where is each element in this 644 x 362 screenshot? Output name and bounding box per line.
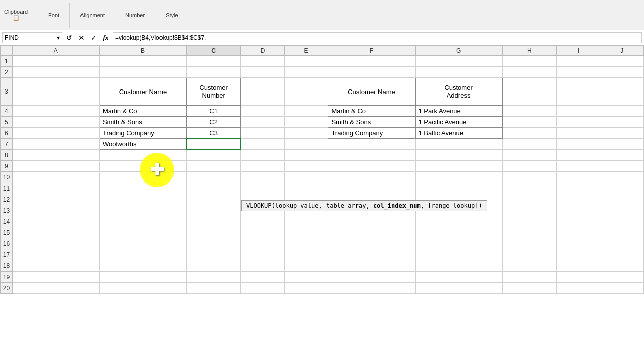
cell-d1[interactable] bbox=[241, 56, 285, 67]
row-header-4: 4 bbox=[1, 106, 13, 117]
cell-c4-c1[interactable]: C1 bbox=[187, 106, 241, 117]
cell-j4[interactable] bbox=[600, 106, 644, 117]
cell-g1[interactable] bbox=[415, 56, 502, 67]
row-17: 17 bbox=[1, 249, 644, 260]
cell-f5-smith[interactable]: Smith & Sons bbox=[328, 117, 415, 128]
cell-d6[interactable] bbox=[241, 128, 285, 139]
cell-d2[interactable] bbox=[241, 67, 285, 78]
cell-j1[interactable] bbox=[600, 56, 644, 67]
toolbar-style: Style bbox=[166, 12, 178, 18]
confirm-icon[interactable]: ✓ bbox=[89, 33, 99, 43]
cell-g6-baltic[interactable]: 1 Baltic Avenue bbox=[415, 128, 502, 139]
toolbar: Clipboard 📋 Font Alignment Number Style bbox=[0, 0, 644, 30]
cell-j5[interactable] bbox=[600, 117, 644, 128]
cell-g4-park[interactable]: 1 Park Avenue bbox=[415, 106, 502, 117]
cancel-icon[interactable]: ✕ bbox=[76, 33, 87, 43]
undo-icon[interactable]: ↺ bbox=[64, 33, 74, 43]
col-header-f[interactable]: F bbox=[328, 46, 415, 56]
cell-e3[interactable] bbox=[284, 78, 328, 106]
cell-b5-smith[interactable]: Smith & Sons bbox=[99, 117, 186, 128]
cell-g3-header[interactable]: CustomerAddress bbox=[415, 78, 502, 106]
cell-f2[interactable] bbox=[328, 67, 415, 78]
row-header-7: 7 bbox=[1, 139, 13, 150]
col-header-i[interactable]: I bbox=[556, 46, 600, 56]
col-header-j[interactable]: J bbox=[600, 46, 644, 56]
row-7: 7 Woolworths bbox=[1, 139, 644, 150]
cell-c6-c3[interactable]: C3 bbox=[187, 128, 241, 139]
row-19: 19 bbox=[1, 272, 644, 283]
cell-e4[interactable] bbox=[284, 106, 328, 117]
row-8: 8 bbox=[1, 150, 644, 161]
cell-a5[interactable] bbox=[12, 117, 99, 128]
cell-f4-martin[interactable]: Martin & Co bbox=[328, 106, 415, 117]
cell-c3-header[interactable]: CustomerNumber bbox=[187, 78, 241, 106]
fx-icon[interactable]: fx bbox=[101, 33, 111, 43]
cell-h7[interactable] bbox=[502, 139, 556, 150]
cell-j2[interactable] bbox=[600, 67, 644, 78]
cell-g2[interactable] bbox=[415, 67, 502, 78]
cell-e7[interactable] bbox=[284, 139, 328, 150]
cell-f3-header[interactable]: Customer Name bbox=[328, 78, 415, 106]
formula-input[interactable] bbox=[113, 32, 642, 43]
cell-i7[interactable] bbox=[556, 139, 600, 150]
row-12: 12 bbox=[1, 194, 644, 205]
cell-a7[interactable] bbox=[12, 139, 99, 150]
col-header-g[interactable]: G bbox=[415, 46, 502, 56]
cell-f7[interactable] bbox=[328, 139, 415, 150]
cell-i5[interactable] bbox=[556, 117, 600, 128]
cell-e5[interactable] bbox=[284, 117, 328, 128]
cell-d3[interactable] bbox=[241, 78, 285, 106]
cell-h3[interactable] bbox=[502, 78, 556, 106]
cell-a3[interactable] bbox=[12, 78, 99, 106]
col-header-a[interactable]: A bbox=[12, 46, 99, 56]
cell-e1[interactable] bbox=[284, 56, 328, 67]
alignment-label: Alignment bbox=[80, 12, 105, 18]
toolbar-alignment: Alignment bbox=[80, 12, 105, 18]
cell-a6[interactable] bbox=[12, 128, 99, 139]
cell-c7-active[interactable] bbox=[187, 139, 241, 150]
cell-j6[interactable] bbox=[600, 128, 644, 139]
cell-a1[interactable] bbox=[12, 56, 99, 67]
col-header-d[interactable]: D bbox=[241, 46, 285, 56]
cell-b4-martin[interactable]: Martin & Co bbox=[99, 106, 186, 117]
cell-d4[interactable] bbox=[241, 106, 285, 117]
cell-a4[interactable] bbox=[12, 106, 99, 117]
cell-d5[interactable] bbox=[241, 117, 285, 128]
cell-f6-trading[interactable]: Trading Company bbox=[328, 128, 415, 139]
col-header-c[interactable]: C bbox=[187, 46, 241, 56]
cell-e6[interactable] bbox=[284, 128, 328, 139]
cell-c5-c2[interactable]: C2 bbox=[187, 117, 241, 128]
cell-b6-trading[interactable]: Trading Company bbox=[99, 128, 186, 139]
col-header-h[interactable]: H bbox=[502, 46, 556, 56]
spreadsheet: A B C D E F G H I J bbox=[0, 45, 644, 362]
cell-g5-pacific[interactable]: 1 Pacific Avenue bbox=[415, 117, 502, 128]
cell-h6[interactable] bbox=[502, 128, 556, 139]
cell-b2[interactable] bbox=[99, 67, 186, 78]
spreadsheet-container[interactable]: A B C D E F G H I J bbox=[0, 45, 644, 294]
cell-g7[interactable] bbox=[415, 139, 502, 150]
cell-b3-header[interactable]: Customer Name bbox=[99, 78, 186, 106]
cell-c2[interactable] bbox=[187, 67, 241, 78]
cell-b1[interactable] bbox=[99, 56, 186, 67]
cell-j3[interactable] bbox=[600, 78, 644, 106]
cell-f1[interactable] bbox=[328, 56, 415, 67]
cell-d7[interactable] bbox=[241, 139, 285, 150]
cell-h5[interactable] bbox=[502, 117, 556, 128]
cell-j7[interactable] bbox=[600, 139, 644, 150]
name-box[interactable]: FIND ▾ bbox=[2, 32, 62, 43]
cell-e2[interactable] bbox=[284, 67, 328, 78]
name-box-dropdown-icon[interactable]: ▾ bbox=[57, 34, 60, 41]
cell-i6[interactable] bbox=[556, 128, 600, 139]
cell-i4[interactable] bbox=[556, 106, 600, 117]
cell-h1[interactable] bbox=[502, 56, 556, 67]
cell-b7-woolworths[interactable]: Woolworths bbox=[99, 139, 186, 150]
cell-h4[interactable] bbox=[502, 106, 556, 117]
cell-i1[interactable] bbox=[556, 56, 600, 67]
col-header-e[interactable]: E bbox=[284, 46, 328, 56]
cell-c1[interactable] bbox=[187, 56, 241, 67]
col-header-b[interactable]: B bbox=[99, 46, 186, 56]
cell-a2[interactable] bbox=[12, 67, 99, 78]
cell-i3[interactable] bbox=[556, 78, 600, 106]
cell-i2[interactable] bbox=[556, 67, 600, 78]
cell-h2[interactable] bbox=[502, 67, 556, 78]
